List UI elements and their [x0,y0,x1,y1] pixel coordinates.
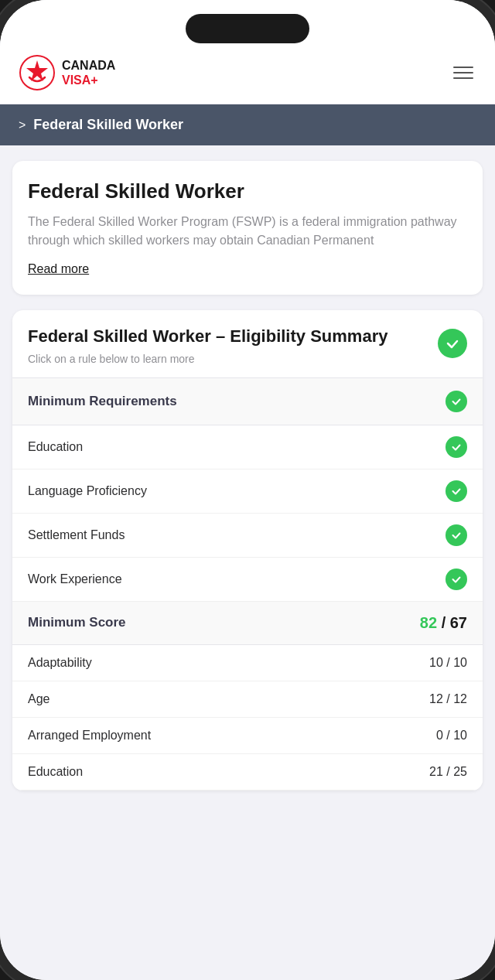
language-proficiency-row[interactable]: Language Proficiency [12,470,483,514]
check-icon [451,530,462,541]
score-max: 67 [450,614,467,631]
settlement-funds-label: Settlement Funds [28,528,125,542]
check-icon [451,486,462,497]
breadcrumb-text: Federal Skilled Worker [33,117,183,133]
language-proficiency-check [446,480,467,502]
arranged-employment-label: Arranged Employment [28,729,151,743]
education-subscore-value: 21 / 25 [429,765,467,779]
adaptability-row[interactable]: Adaptability 10 / 10 [12,645,483,681]
eligibility-overall-check [438,329,467,358]
read-more-link[interactable]: Read more [28,262,89,275]
education-check [446,436,467,458]
work-experience-row[interactable]: Work Experience [12,558,483,602]
language-proficiency-label: Language Proficiency [28,484,147,498]
logo-text: CANADA VISA+ [62,58,115,87]
work-experience-label: Work Experience [28,572,122,586]
hamburger-button[interactable] [450,63,476,82]
check-icon [451,574,462,585]
intro-card-title: Federal Skilled Worker [28,179,467,203]
eligibility-subtitle: Click on a rule below to learn more [28,353,425,365]
minimum-requirements-check [446,391,467,412]
minimum-score-value: 82 / 67 [420,614,467,632]
intro-card: Federal Skilled Worker The Federal Skill… [12,161,483,295]
work-experience-check [446,569,467,590]
phone-notch [186,14,309,43]
arranged-employment-row[interactable]: Arranged Employment 0 / 10 [12,718,483,754]
breadcrumb-arrow-icon: > [19,118,26,132]
education-row[interactable]: Education [12,425,483,470]
education-subscore-label: Education [28,765,83,779]
arranged-employment-value: 0 / 10 [436,729,467,743]
logo-area: CANADA VISA+ [19,54,115,91]
adaptability-value: 10 / 10 [429,656,467,670]
age-label: Age [28,692,50,706]
minimum-requirements-label: Minimum Requirements [28,394,177,409]
eligibility-header-text: Federal Skilled Worker – Eligibility Sum… [28,326,438,365]
adaptability-label: Adaptability [28,656,92,670]
settlement-funds-check [446,524,467,546]
settlement-funds-row[interactable]: Settlement Funds [12,514,483,558]
age-value: 12 / 12 [429,692,467,706]
canada-visa-logo-icon [19,54,56,91]
eligibility-header: Federal Skilled Worker – Eligibility Sum… [12,310,483,378]
main-content: Federal Skilled Worker The Federal Skill… [0,145,495,980]
phone-frame: CANADA VISA+ > Federal Skilled Worker Fe… [0,0,495,980]
intro-card-description: The Federal Skilled Worker Program (FSWP… [28,213,467,250]
check-icon [451,442,462,452]
education-subscore-row[interactable]: Education 21 / 25 [12,754,483,790]
eligibility-section: Federal Skilled Worker – Eligibility Sum… [12,310,483,790]
phone-content: CANADA VISA+ > Federal Skilled Worker Fe… [0,0,495,980]
score-separator: / [437,614,450,631]
education-label: Education [28,440,83,454]
minimum-score-label: Minimum Score [28,615,126,630]
age-row[interactable]: Age 12 / 12 [12,681,483,718]
eligibility-title: Federal Skilled Worker – Eligibility Sum… [28,326,425,348]
minimum-score-row[interactable]: Minimum Score 82 / 67 [12,602,483,645]
check-icon [451,396,462,407]
minimum-requirements-row[interactable]: Minimum Requirements [12,378,483,425]
score-achieved: 82 [420,614,437,631]
check-icon [445,336,460,351]
breadcrumb-bar: > Federal Skilled Worker [0,104,495,145]
